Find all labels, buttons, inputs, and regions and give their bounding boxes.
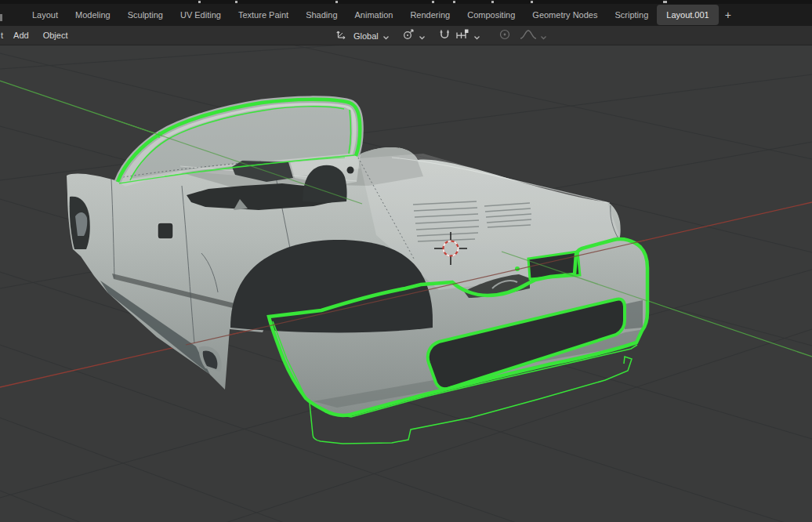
blender-window: { "workspace": { "tabs": [ {"label": "La… [0, 0, 812, 522]
3d-viewport[interactable] [0, 45, 812, 522]
transform-tool-cluster: Global [335, 26, 547, 45]
orientation-axes-icon[interactable] [335, 28, 348, 43]
chevron-down-icon[interactable] [419, 29, 426, 43]
viewport-canvas[interactable] [0, 45, 812, 522]
workspace-tab-layout-001[interactable]: Layout.001 [657, 5, 718, 25]
workspace-tab-texture-paint[interactable]: Texture Paint [230, 6, 297, 24]
workspace-tab-scripting[interactable]: Scripting [606, 6, 657, 24]
workspace-tab-shading[interactable]: Shading [297, 6, 346, 24]
workspace-tab-sculpting[interactable]: Sculpting [119, 6, 172, 24]
proportional-editing-icon[interactable] [498, 28, 511, 44]
menu-add[interactable]: Add [6, 31, 36, 40]
chevron-down-icon[interactable] [382, 29, 390, 43]
menu-fragment: t [0, 31, 6, 40]
workspace-tab-modeling[interactable]: Modeling [67, 6, 119, 24]
workspace-tab-layout[interactable]: Layout [24, 6, 67, 24]
add-workspace-button[interactable]: + [719, 7, 738, 23]
workspace-tab-uv-editing[interactable]: UV Editing [172, 6, 230, 24]
workspace-tab-rendering[interactable]: Rendering [401, 6, 459, 24]
viewport-header: t Add Object Global [0, 26, 812, 45]
chevron-down-icon[interactable] [540, 29, 547, 43]
transform-orientation-value[interactable]: Global [353, 31, 379, 41]
workspace-tab-geometry-nodes[interactable]: Geometry Nodes [524, 6, 606, 24]
workspace-tab-compositing[interactable]: Compositing [459, 6, 524, 24]
magnet-icon[interactable] [438, 28, 451, 44]
chevron-down-icon[interactable] [473, 29, 480, 43]
workspace-tabbar: LayoutModelingSculptingUV EditingTexture… [0, 4, 812, 26]
workspace-tab-animation[interactable]: Animation [346, 6, 402, 24]
falloff-curve-icon[interactable] [520, 28, 537, 44]
cropped-tab-fragment [0, 14, 2, 21]
menu-object[interactable]: Object [36, 31, 75, 40]
snap-increment-icon[interactable] [455, 28, 470, 44]
pivot-point-icon[interactable] [402, 28, 415, 44]
